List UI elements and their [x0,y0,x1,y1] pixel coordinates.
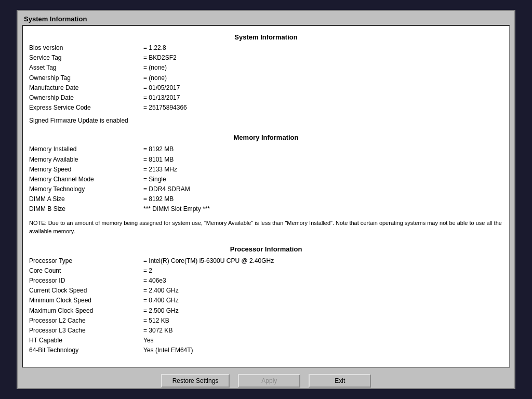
outer-window-title: System Information [22,15,510,23]
restore-button[interactable]: Restore Settings [161,374,230,388]
table-row: Maximum Clock Speed= 2.500 GHz [29,306,503,316]
apply-button[interactable]: Apply [238,374,300,388]
row-value: = Intel(R) Core(TM) i5-6300U CPU @ 2.40G… [143,256,274,266]
row-value: = Single [143,175,166,184]
row-value: = (none) [143,63,167,73]
scrollable-area[interactable]: System Information Bios version= 1.22.8S… [23,26,509,367]
row-label: DIMM A Size [29,194,143,204]
row-label: Maximum Clock Speed [29,306,143,316]
row-label: Bios version [29,43,143,53]
row-value: = DDR4 SDRAM [143,184,190,194]
table-row: Minimum Clock Speed= 0.400 GHz [29,296,503,305]
table-row: Core Count= 2 [29,266,503,276]
table-row: Memory Available= 8101 MB [29,155,503,165]
row-value: = 512 KB [143,316,169,326]
table-row: Memory Installed= 8192 MB [29,144,503,154]
processor-table: Processor Type= Intel(R) Core(TM) i5-630… [29,256,503,356]
row-value: = 01/05/2017 [143,83,180,93]
table-row: Ownership Tag= (none) [29,73,503,83]
system-info-header: System Information [29,29,503,43]
row-label: Manufacture Date [29,83,143,93]
firmware-note: Signed Firmware Update is enabled [29,117,503,124]
row-label: HT Capable [29,336,143,345]
row-label: Minimum Clock Speed [29,296,143,305]
table-row: Bios version= 1.22.8 [29,43,503,53]
exit-button[interactable]: Exit [309,374,371,388]
row-label: Express Service Code [29,103,143,113]
row-label: Asset Tag [29,63,143,73]
row-label: Service Tag [29,53,143,63]
table-row: Memory Technology= DDR4 SDRAM [29,184,503,194]
table-row: Processor ID= 406e3 [29,276,503,286]
table-row: HT CapableYes [29,336,503,345]
table-row: Asset Tag= (none) [29,63,503,73]
table-row: Processor Type= Intel(R) Core(TM) i5-630… [29,256,503,266]
row-label: Core Count [29,266,143,276]
table-row: Ownership Date= 01/13/2017 [29,93,503,103]
row-value: *** DIMM Slot Empty *** [143,204,210,214]
table-row: DIMM B Size*** DIMM Slot Empty *** [29,204,503,214]
row-label: Processor Type [29,256,143,266]
row-label: 64-Bit Technology [29,345,143,355]
row-label: Memory Channel Mode [29,175,143,184]
row-label: Memory Technology [29,184,143,194]
row-value: = 1.22.8 [143,43,166,53]
row-value: = 8101 MB [143,155,174,165]
row-label: Processor L2 Cache [29,316,143,326]
row-value: = 8192 MB [143,144,174,154]
row-label: Ownership Tag [29,73,143,83]
row-label: DIMM B Size [29,204,143,214]
row-value: = 25175894366 [143,103,187,113]
memory-note: NOTE: Due to an amount of memory being a… [29,219,503,236]
row-value: = 01/13/2017 [143,93,180,103]
row-label: Memory Available [29,155,143,165]
row-value: = 8192 MB [143,194,174,204]
outer-window: System Information System Information Bi… [17,10,515,389]
table-row: 64-Bit TechnologyYes (Intel EM64T) [29,345,503,355]
table-row: Memory Channel Mode= Single [29,175,503,184]
row-value: Yes (Intel EM64T) [143,345,193,355]
row-value: = 406e3 [143,276,166,286]
row-value: = 2133 MHz [143,165,177,175]
memory-table: Memory Installed= 8192 MBMemory Availabl… [29,144,503,214]
row-value: = (none) [143,73,167,83]
row-value: = 2.400 GHz [143,286,179,296]
row-label: Ownership Date [29,93,143,103]
row-label: Processor L3 Cache [29,326,143,336]
table-row: Processor L2 Cache= 512 KB [29,316,503,326]
table-row: Processor L3 Cache= 3072 KB [29,326,503,336]
table-row: Current Clock Speed= 2.400 GHz [29,286,503,296]
row-label: Memory Speed [29,165,143,175]
table-row: Memory Speed= 2133 MHz [29,165,503,175]
row-value: Yes [143,336,154,345]
row-value: = 3072 KB [143,326,172,336]
processor-section-title: Processor Information [29,240,503,256]
button-bar: Restore Settings Apply Exit [22,368,510,392]
row-value: = 2.500 GHz [143,306,179,316]
row-value: = BKD2SF2 [143,53,177,63]
row-label: Processor ID [29,276,143,286]
row-value: = 2 [143,266,152,276]
inner-panel: System Information Bios version= 1.22.8S… [22,25,510,368]
row-label: Memory Installed [29,144,143,154]
table-row: DIMM A Size= 8192 MB [29,194,503,204]
bios-table: Bios version= 1.22.8Service Tag= BKD2SF2… [29,43,503,113]
row-value: = 0.400 GHz [143,296,179,305]
table-row: Service Tag= BKD2SF2 [29,53,503,63]
row-label: Current Clock Speed [29,286,143,296]
table-row: Express Service Code= 25175894366 [29,103,503,113]
table-row: Manufacture Date= 01/05/2017 [29,83,503,93]
memory-section-title: Memory Information [29,128,503,144]
